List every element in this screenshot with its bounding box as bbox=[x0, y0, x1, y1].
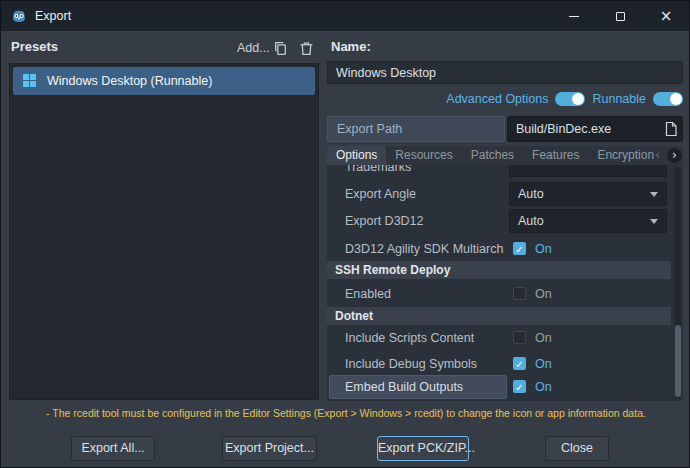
option-label: Trademarks bbox=[345, 165, 411, 177]
checkbox-value: On bbox=[535, 282, 552, 306]
checkbox-value: On bbox=[535, 326, 552, 350]
option-row-export-d3d12: Export D3D12 Auto bbox=[327, 209, 671, 233]
close-button[interactable]: × bbox=[643, 1, 689, 31]
option-row-export-angle: Export Angle Auto bbox=[327, 182, 671, 206]
checkbox-value: On bbox=[535, 352, 552, 376]
export-path-input[interactable] bbox=[507, 116, 683, 142]
option-row-ssh-enabled: Enabled On bbox=[327, 282, 671, 306]
option-row-include-scripts: Include Scripts Content On bbox=[327, 326, 671, 350]
tab-scroll-arrows: ‹ › bbox=[650, 148, 682, 163]
maximize-icon bbox=[616, 12, 625, 21]
tab-bar: Options Resources Patches Features Encry… bbox=[327, 146, 683, 165]
export-path-field bbox=[507, 116, 683, 142]
export-options-panel: Trademarks Export Angle Auto Export D3D1… bbox=[327, 165, 683, 401]
ssh-enabled-checkbox[interactable] bbox=[513, 287, 526, 300]
export-angle-dropdown[interactable]: Auto bbox=[509, 182, 667, 206]
runnable-label: Runnable bbox=[592, 92, 646, 106]
tab-scroll-right-icon[interactable]: › bbox=[667, 148, 682, 163]
option-label: Embed Build Outputs bbox=[345, 375, 463, 399]
section-dotnet: Dotnet bbox=[327, 307, 671, 325]
chevron-down-icon bbox=[650, 219, 658, 224]
name-label: Name: bbox=[331, 39, 371, 54]
option-row-embed-build-outputs: Embed Build Outputs ✓ On bbox=[327, 375, 671, 399]
rcedit-warning-text: - The rcedit tool must be configured in … bbox=[1, 407, 690, 419]
option-label: Include Scripts Content bbox=[345, 326, 474, 350]
tab-resources[interactable]: Resources bbox=[386, 146, 461, 165]
checkbox-value: On bbox=[535, 375, 552, 399]
export-project-button[interactable]: Export Project... bbox=[222, 436, 317, 461]
tab-patches[interactable]: Patches bbox=[462, 146, 523, 165]
check-icon: ✓ bbox=[515, 244, 523, 255]
section-ssh-remote-deploy: SSH Remote Deploy bbox=[327, 261, 671, 279]
checkbox-value: On bbox=[535, 237, 552, 261]
option-label: Include Debug Symbols bbox=[345, 352, 477, 376]
presets-header: Presets bbox=[11, 39, 58, 54]
export-pck-zip-button[interactable]: Export PCK/ZIP... bbox=[377, 436, 469, 461]
minimize-button[interactable] bbox=[551, 1, 597, 31]
maximize-button[interactable] bbox=[597, 1, 643, 31]
titlebar: Export × bbox=[1, 1, 689, 31]
browse-file-icon[interactable] bbox=[664, 121, 678, 137]
preset-list: Windows Desktop (Runnable) bbox=[9, 63, 319, 400]
close-icon: × bbox=[660, 9, 673, 24]
runnable-toggle[interactable] bbox=[653, 92, 683, 106]
check-icon: ✓ bbox=[515, 359, 523, 370]
duplicate-preset-icon[interactable] bbox=[272, 40, 289, 57]
option-row-d3d12-agility: D3D12 Agility SDK Multiarch ✓ On bbox=[327, 237, 671, 261]
embed-build-outputs-checkbox[interactable]: ✓ bbox=[513, 380, 526, 393]
tab-options[interactable]: Options bbox=[327, 146, 386, 165]
godot-logo-icon bbox=[11, 8, 27, 24]
trademarks-input[interactable] bbox=[509, 165, 667, 177]
tab-scroll-left-icon[interactable]: ‹ bbox=[650, 148, 665, 163]
option-row-include-debug-symbols: Include Debug Symbols ✓ On bbox=[327, 352, 671, 376]
section-label: SSH Remote Deploy bbox=[335, 263, 450, 277]
advanced-options-label: Advanced Options bbox=[446, 92, 548, 106]
close-dialog-button[interactable]: Close bbox=[545, 436, 609, 461]
export-d3d12-dropdown[interactable]: Auto bbox=[509, 209, 667, 233]
advanced-options-toggle[interactable] bbox=[555, 92, 585, 106]
name-input[interactable] bbox=[327, 61, 683, 84]
option-label: Enabled bbox=[345, 282, 391, 306]
delete-preset-icon[interactable] bbox=[298, 40, 315, 57]
section-label: Dotnet bbox=[335, 309, 373, 323]
export-path-label: Export Path bbox=[327, 116, 505, 142]
option-label: Export Angle bbox=[345, 182, 416, 206]
scrollbar-thumb[interactable] bbox=[675, 325, 681, 397]
minimize-icon bbox=[569, 16, 579, 17]
option-label: Export D3D12 bbox=[345, 209, 424, 233]
window-title: Export bbox=[35, 1, 71, 31]
window-controls: × bbox=[551, 1, 689, 31]
include-debug-symbols-checkbox[interactable]: ✓ bbox=[513, 357, 526, 370]
add-preset-button[interactable]: Add... bbox=[237, 41, 270, 55]
d3d12-agility-checkbox[interactable]: ✓ bbox=[513, 242, 526, 255]
preset-item-windows-desktop[interactable]: Windows Desktop (Runnable) bbox=[13, 67, 315, 95]
options-scrollbar[interactable] bbox=[675, 167, 681, 399]
toggles-row: Advanced Options Runnable bbox=[327, 90, 683, 108]
dropdown-value: Auto bbox=[518, 210, 544, 232]
include-scripts-checkbox[interactable] bbox=[513, 331, 526, 344]
preset-item-label: Windows Desktop (Runnable) bbox=[47, 74, 212, 88]
export-all-button[interactable]: Export All... bbox=[71, 436, 155, 461]
export-dialog: Export × Presets Add... Windows Desktop … bbox=[0, 0, 690, 468]
check-icon: ✓ bbox=[515, 382, 523, 393]
tab-features[interactable]: Features bbox=[523, 146, 588, 165]
option-row-trademarks: Trademarks bbox=[327, 165, 671, 177]
windows-logo-icon bbox=[23, 74, 37, 88]
dropdown-value: Auto bbox=[518, 183, 544, 205]
chevron-down-icon bbox=[650, 192, 658, 197]
option-label: D3D12 Agility SDK Multiarch bbox=[345, 237, 503, 261]
